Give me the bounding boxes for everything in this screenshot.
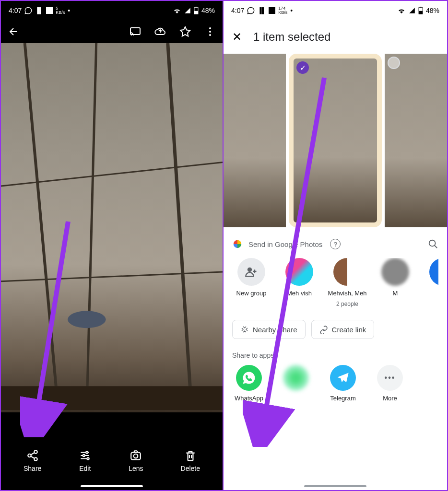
upload-button[interactable] <box>153 25 167 38</box>
battery-icon <box>418 7 423 14</box>
svg-point-6 <box>209 34 211 36</box>
svg-point-18 <box>86 451 88 453</box>
home-indicator[interactable] <box>304 485 366 487</box>
app-whatsapp[interactable]: WhatsApp <box>232 365 266 402</box>
svg-rect-24 <box>419 11 423 14</box>
contact-item[interactable]: M <box>376 258 414 307</box>
app-telegram[interactable]: Telegram <box>326 365 360 402</box>
favorite-button[interactable] <box>178 25 192 38</box>
wifi-icon <box>173 7 181 14</box>
nearby-icon <box>240 325 249 334</box>
edit-label: Edit <box>79 465 91 472</box>
arrow-left-icon <box>8 26 19 37</box>
send-in-photos-label: Send in Google Photos <box>248 240 322 248</box>
photo-bottom-bar: Share Edit Lens Delete <box>1 437 223 490</box>
photo-thumb-selected[interactable]: ✓ <box>289 54 382 227</box>
create-link-chip[interactable]: Create link <box>311 320 375 339</box>
edit-button[interactable]: Edit <box>79 449 91 472</box>
photo-thumb[interactable] <box>224 54 286 227</box>
svg-point-5 <box>209 31 211 33</box>
more-vert-icon <box>204 26 216 37</box>
svg-line-8 <box>87 43 96 410</box>
svg-rect-2 <box>195 7 197 8</box>
avatar <box>333 258 361 286</box>
delete-button[interactable]: Delete <box>181 449 200 472</box>
selection-title: 1 item selected <box>253 30 330 44</box>
share-section: Send in Google Photos ? New group Meh vi… <box>224 231 447 311</box>
avatar <box>381 258 409 286</box>
photo-thumb[interactable] <box>385 54 447 227</box>
photo-top-bar <box>1 20 223 43</box>
signal-icon <box>409 7 415 14</box>
trash-icon <box>184 449 197 462</box>
svg-point-26 <box>429 240 436 246</box>
search-button[interactable] <box>428 239 438 249</box>
pill-icon: ▐▌ <box>258 7 266 14</box>
share-sheet-screen: 4:07 ▐▌ 174KB/s • 48% ✕ 1 item selected … <box>224 1 447 490</box>
share-label: Share <box>24 465 41 472</box>
app-blurred[interactable] <box>279 365 313 402</box>
check-circle-icon[interactable] <box>388 57 400 69</box>
share-header: Send in Google Photos ? <box>232 239 438 249</box>
battery-percent: 48% <box>201 7 215 14</box>
share-icon <box>26 449 39 462</box>
nearby-share-chip[interactable]: Nearby Share <box>232 320 306 339</box>
telegram-icon <box>330 365 356 391</box>
svg-point-17 <box>34 457 37 461</box>
svg-point-4 <box>209 27 211 29</box>
svg-rect-25 <box>420 7 421 8</box>
google-photos-icon <box>232 239 243 249</box>
svg-line-11 <box>1 272 223 281</box>
dot-icon: • <box>290 7 293 14</box>
close-button[interactable]: ✕ <box>232 30 242 44</box>
dot-icon: • <box>68 7 70 14</box>
share-chips: Nearby Share Create link <box>224 311 447 343</box>
svg-point-27 <box>248 268 252 272</box>
svg-line-7 <box>25 43 59 410</box>
share-button[interactable]: Share <box>24 449 41 472</box>
blurred-app-icon <box>283 365 309 391</box>
contact-item[interactable]: Mehvish, Meh 2 people <box>328 258 366 307</box>
overflow-button[interactable] <box>203 25 217 38</box>
delete-label: Delete <box>181 465 200 472</box>
selection-header: ✕ 1 item selected <box>224 20 447 54</box>
lens-label: Lens <box>129 465 143 472</box>
status-bar: 4:07 ▐▌ 5KB/s • 48% <box>1 1 223 20</box>
app-more[interactable]: ••• More <box>373 365 407 402</box>
whatsapp-status-icon <box>24 7 32 14</box>
new-group-icon <box>237 258 265 286</box>
svg-point-15 <box>34 450 37 454</box>
cast-button[interactable] <box>129 25 142 38</box>
photo-strip[interactable]: ✓ <box>224 54 447 231</box>
svg-line-9 <box>168 43 192 410</box>
contact-item[interactable]: Meh vish <box>280 258 318 307</box>
home-indicator[interactable] <box>81 485 143 487</box>
link-icon <box>319 325 328 334</box>
cloud-upload-icon <box>154 26 166 37</box>
whatsapp-status-icon <box>247 7 255 14</box>
apps-row: WhatsApp Telegram ••• More <box>224 365 447 410</box>
star-icon <box>179 26 191 37</box>
photo-content[interactable] <box>1 43 223 412</box>
svg-point-12 <box>68 311 106 328</box>
photo-viewer-screen: 4:07 ▐▌ 5KB/s • 48% <box>1 1 224 490</box>
svg-point-20 <box>87 457 89 459</box>
svg-point-22 <box>134 454 138 458</box>
status-time: 4:07 <box>9 7 22 14</box>
status-time: 4:07 <box>231 7 244 14</box>
contact-new-group[interactable]: New group <box>232 258 271 307</box>
network-speed: 5KB/s <box>56 6 65 15</box>
contacts-row[interactable]: New group Meh vish Mehvish, Meh 2 people… <box>232 258 438 311</box>
help-button[interactable]: ? <box>330 239 341 249</box>
signal-icon <box>184 7 191 14</box>
back-button[interactable] <box>7 25 20 38</box>
cast-icon <box>130 26 141 37</box>
battery-icon <box>194 7 199 14</box>
photo-placeholder <box>1 43 223 410</box>
contact-item[interactable]: M MM <box>424 258 438 307</box>
svg-point-16 <box>28 454 31 457</box>
lens-button[interactable]: Lens <box>129 449 143 472</box>
svg-rect-13 <box>1 386 223 410</box>
lens-icon <box>130 449 142 462</box>
avatar <box>285 258 313 286</box>
